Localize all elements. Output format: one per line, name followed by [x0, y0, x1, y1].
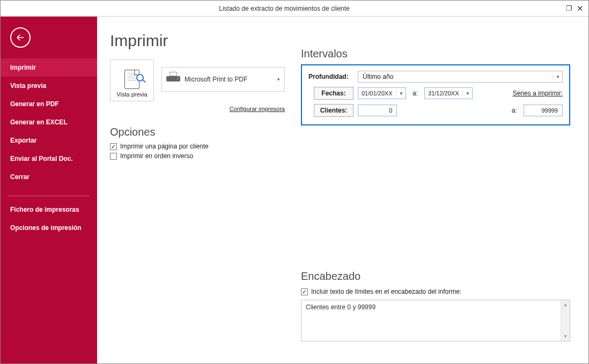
label-pagina-por-cliente: Imprimir una página por cliente	[120, 143, 209, 150]
close-icon[interactable]: ✕	[575, 3, 585, 14]
encabezado-text: Clientes entre 0 y 99999	[306, 303, 376, 311]
chevron-down-icon: ▼	[396, 91, 403, 96]
fecha-desde-input[interactable]: 01/01/20XX ▼	[358, 87, 406, 99]
checkbox-incluir-limites[interactable]	[301, 288, 308, 295]
sidebar: Imprimir Vista previa Generar en PDF Gen…	[1, 17, 97, 363]
page-title: Imprimir	[110, 32, 285, 50]
cliente-desde-input[interactable]: 0	[358, 105, 397, 116]
sidebar-item-generar-excel[interactable]: Generar en EXCEL	[1, 113, 97, 131]
intervalos-panel: Profundidad: Último año ▼ Fechas: 01/01/…	[301, 64, 570, 125]
encabezado-heading: Encabezado	[301, 270, 570, 283]
sidebar-separator	[8, 196, 90, 196]
intervalos-heading: Intervalos	[301, 48, 570, 60]
chevron-down-icon: ▼	[462, 91, 470, 96]
scroll-up-icon[interactable]: ▲	[561, 300, 570, 309]
content-area: Imprimir Vista previa Microsoft Print t	[97, 17, 588, 363]
back-button[interactable]	[10, 27, 31, 48]
checkbox-orden-inverso[interactable]	[110, 153, 117, 160]
series-a-imprimir-link[interactable]: Series a imprimir:	[513, 90, 563, 97]
sidebar-item-exportar[interactable]: Exportar	[1, 131, 97, 150]
sidebar-item-enviar-portal[interactable]: Enviar al Portal Doc.	[1, 150, 97, 168]
printer-icon	[166, 73, 180, 85]
encabezado-textarea[interactable]: Clientes entre 0 y 99999 ▲ ▼	[301, 300, 570, 341]
fecha-hasta-input[interactable]: 31/12/20XX ▼	[424, 87, 473, 99]
profundidad-dropdown[interactable]: Último año ▼	[358, 71, 563, 83]
checkbox-pagina-por-cliente[interactable]	[110, 143, 117, 150]
sidebar-item-imprimir[interactable]: Imprimir	[1, 58, 97, 77]
profundidad-value: Último año	[363, 73, 552, 80]
chevron-down-icon: ▼	[552, 75, 560, 79]
sidebar-item-cerrar[interactable]: Cerrar	[1, 168, 97, 186]
vista-previa-button[interactable]: Vista previa	[110, 60, 154, 101]
arrow-left-icon	[16, 33, 25, 42]
a-label-2: a:	[510, 107, 519, 114]
title-bar: Listado de extracto de movimientos de cl…	[1, 1, 588, 17]
clientes-button[interactable]: Clientes:	[314, 104, 354, 117]
configurar-impresora-link[interactable]: Configurar impresora	[110, 106, 285, 112]
magnifier-icon	[136, 74, 144, 81]
sidebar-item-vista-previa[interactable]: Vista previa	[1, 77, 97, 95]
printer-name: Microsoft Print to PDF	[185, 76, 273, 83]
window-title: Listado de extracto de movimientos de cl…	[5, 5, 564, 12]
label-incluir-limites: Incluir texto de límites en el encabezad…	[311, 288, 461, 295]
sidebar-item-fichero-impresoras[interactable]: Fichero de impresoras	[1, 200, 97, 219]
profundidad-label: Profundidad:	[308, 73, 354, 80]
sidebar-item-opciones-impresion[interactable]: Opciones de impresión	[1, 219, 97, 237]
a-label-1: a:	[410, 90, 420, 97]
label-orden-inverso: Imprimir en orden inverso	[120, 152, 193, 160]
restore-icon[interactable]: ❐	[564, 3, 575, 14]
printer-dropdown[interactable]: Microsoft Print to PDF ▾	[161, 67, 285, 92]
opciones-heading: Opciones	[110, 126, 285, 138]
sidebar-item-generar-pdf[interactable]: Generar en PDF	[1, 95, 97, 113]
scroll-down-icon[interactable]: ▼	[561, 332, 570, 341]
chevron-down-icon: ▾	[277, 77, 280, 82]
scrollbar[interactable]: ▲ ▼	[561, 300, 570, 341]
fechas-button[interactable]: Fechas:	[314, 87, 354, 100]
vista-previa-label: Vista previa	[116, 91, 147, 98]
cliente-hasta-input[interactable]: 99999	[524, 105, 563, 116]
